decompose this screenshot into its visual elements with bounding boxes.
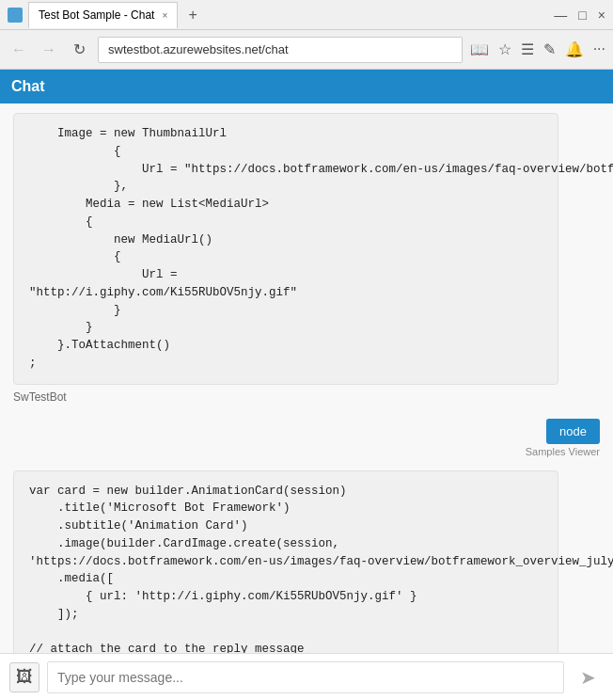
node-button-container: node Samples Viewer <box>0 413 613 463</box>
maximize-button[interactable]: □ <box>578 8 586 23</box>
forward-icon: → <box>41 41 56 58</box>
toolbar-icons: 📖 ☆ ☰ ✎ 🔔 ··· <box>470 40 605 58</box>
chat-header: Chat <box>0 70 613 103</box>
titlebar: Test Bot Sample - Chat × + — □ × <box>0 0 613 30</box>
chat-area: Image = new ThumbnailUrl { Url = "https:… <box>0 103 613 653</box>
first-sender-label: SwTestBot <box>13 390 600 404</box>
address-input[interactable] <box>98 37 463 63</box>
browser-icon <box>8 8 23 23</box>
node-button[interactable]: node <box>546 419 600 444</box>
send-button[interactable]: ➤ <box>572 661 604 693</box>
profile-icon[interactable]: 🔔 <box>565 40 584 58</box>
refresh-button[interactable]: ↻ <box>68 39 90 61</box>
attach-button[interactable]: 🖼 <box>9 662 39 692</box>
tab-title: Test Bot Sample - Chat <box>39 8 154 22</box>
addressbar: ← → ↻ 📖 ☆ ☰ ✎ 🔔 ··· <box>0 30 613 70</box>
close-window-button[interactable]: × <box>598 8 605 23</box>
forward-button[interactable]: → <box>38 39 60 61</box>
reader-icon[interactable]: 📖 <box>470 40 489 58</box>
back-icon: ← <box>11 41 26 58</box>
window-controls: — □ × <box>554 8 605 23</box>
back-button[interactable]: ← <box>8 39 30 61</box>
send-icon: ➤ <box>580 666 596 689</box>
new-tab-button[interactable]: + <box>180 2 206 28</box>
minimize-button[interactable]: — <box>554 8 567 23</box>
second-code-bubble: var card = new builder.AnimationCard(ses… <box>13 470 558 654</box>
message-input[interactable] <box>47 661 564 693</box>
bookmark-icon[interactable]: ☆ <box>498 40 511 58</box>
browser-tab[interactable]: Test Bot Sample - Chat × <box>28 2 178 28</box>
chat-title: Chat <box>11 78 45 95</box>
edit-icon[interactable]: ✎ <box>543 40 556 58</box>
input-area: 🖼 ➤ <box>0 653 613 700</box>
tab-close-button[interactable]: × <box>162 10 167 21</box>
first-code-bubble: Image = new ThumbnailUrl { Url = "https:… <box>13 113 558 385</box>
menu-icon[interactable]: ☰ <box>521 40 534 58</box>
attach-icon: 🖼 <box>16 667 33 687</box>
titlebar-left: Test Bot Sample - Chat × + <box>8 2 554 28</box>
more-icon[interactable]: ··· <box>593 40 605 58</box>
refresh-icon: ↻ <box>73 40 86 58</box>
samples-viewer-label: Samples Viewer <box>526 446 600 457</box>
first-message-container: Image = new ThumbnailUrl { Url = "https:… <box>0 103 613 413</box>
second-message-container: var card = new builder.AnimationCard(ses… <box>0 463 613 654</box>
